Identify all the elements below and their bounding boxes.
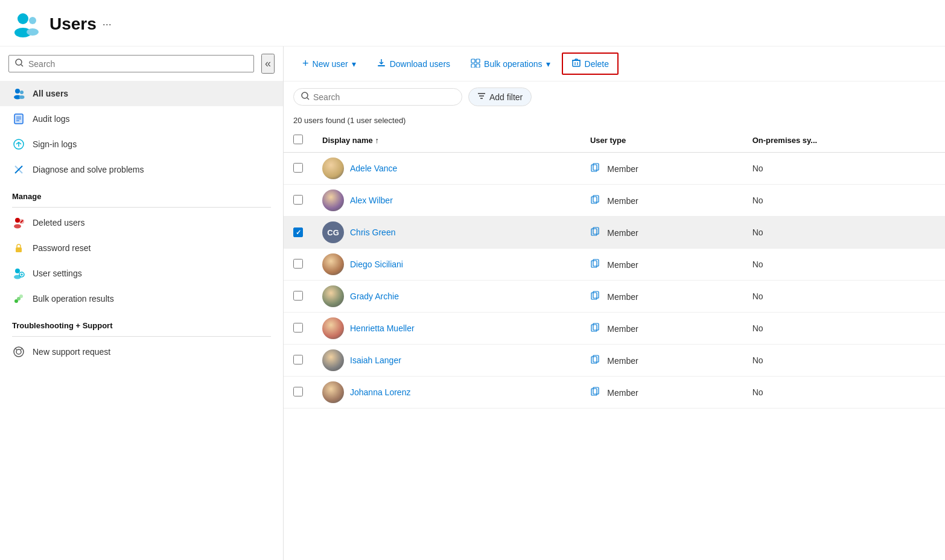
select-all-header[interactable] bbox=[284, 129, 313, 153]
on-premises-cell: No bbox=[743, 185, 945, 217]
svg-line-35 bbox=[21, 348, 22, 350]
sidebar-item-password-reset[interactable]: Password reset bbox=[0, 235, 283, 261]
sidebar-item-label: Diagnose and solve problems bbox=[33, 165, 144, 174]
delete-button[interactable]: Delete bbox=[562, 52, 619, 75]
sidebar-search-icon bbox=[15, 59, 24, 69]
download-users-button[interactable]: Download users bbox=[368, 53, 459, 74]
user-name-cell: Isaiah Langer bbox=[313, 345, 581, 377]
add-filter-label: Add filter bbox=[489, 92, 523, 102]
user-name-link[interactable]: Grady Archie bbox=[350, 291, 399, 301]
filter-row: Add filter bbox=[284, 81, 945, 112]
avatar bbox=[322, 285, 344, 307]
svg-rect-23 bbox=[16, 247, 22, 252]
svg-point-24 bbox=[15, 269, 20, 273]
users-table: Display name ↑ User type On-premises sy.… bbox=[284, 129, 945, 560]
row-checkbox[interactable] bbox=[293, 355, 303, 364]
user-name-link[interactable]: Henrietta Mueller bbox=[350, 323, 415, 333]
row-checkbox-cell bbox=[284, 249, 313, 281]
svg-line-5 bbox=[21, 65, 23, 66]
table-row[interactable]: Henrietta Mueller MemberNo bbox=[284, 313, 945, 345]
content-area: + New user ▾ Download users Bulk operati… bbox=[284, 46, 945, 560]
sidebar-item-all-users[interactable]: All users bbox=[0, 81, 283, 106]
on-premises-cell: No bbox=[743, 217, 945, 249]
user-name-cell: Grady Archie bbox=[313, 281, 581, 313]
page-title: Users bbox=[49, 14, 97, 34]
select-all-checkbox[interactable] bbox=[293, 135, 303, 144]
user-type-value: Member bbox=[607, 196, 638, 206]
svg-point-33 bbox=[16, 349, 21, 354]
sidebar-item-label: Password reset bbox=[33, 243, 91, 253]
bulk-label: Bulk operations bbox=[484, 59, 542, 69]
svg-point-6 bbox=[15, 89, 20, 94]
row-checkbox-cell bbox=[284, 377, 313, 409]
user-type-value: Member bbox=[607, 324, 638, 334]
new-user-button[interactable]: + New user ▾ bbox=[293, 52, 365, 75]
on-premises-cell: No bbox=[743, 345, 945, 377]
sidebar-item-deleted-users[interactable]: Deleted users bbox=[0, 210, 283, 235]
main-layout: « All users Audit logs Sign-in logs bbox=[0, 46, 945, 560]
copy-icon[interactable] bbox=[590, 259, 602, 270]
bulk-chevron-icon: ▾ bbox=[546, 59, 550, 69]
table-row[interactable]: CGChris Green MemberNo bbox=[284, 217, 945, 249]
filter-search-input[interactable] bbox=[313, 92, 454, 102]
user-name-link[interactable]: Chris Green bbox=[350, 228, 395, 237]
row-checkbox[interactable] bbox=[293, 323, 303, 332]
table-row[interactable]: Diego Siciliani MemberNo bbox=[284, 249, 945, 281]
display-name-header[interactable]: Display name ↑ bbox=[313, 129, 581, 153]
table-row[interactable]: Grady Archie MemberNo bbox=[284, 281, 945, 313]
user-type-cell: Member bbox=[581, 313, 743, 345]
manage-section-label: Manage bbox=[0, 182, 283, 205]
row-checkbox[interactable] bbox=[293, 291, 303, 301]
all-users-icon bbox=[12, 87, 25, 100]
sidebar-item-audit-logs[interactable]: Audit logs bbox=[0, 106, 283, 132]
add-filter-button[interactable]: Add filter bbox=[468, 88, 532, 106]
on-premises-cell: No bbox=[743, 377, 945, 409]
copy-icon[interactable] bbox=[590, 196, 602, 206]
user-name-link[interactable]: Johanna Lorenz bbox=[350, 387, 410, 397]
user-name-link[interactable]: Adele Vance bbox=[350, 164, 397, 173]
manage-divider bbox=[12, 207, 271, 208]
svg-point-4 bbox=[16, 59, 22, 65]
user-type-header[interactable]: User type bbox=[581, 129, 743, 153]
table-row[interactable]: Isaiah Langer MemberNo bbox=[284, 345, 945, 377]
row-checkbox-cell bbox=[284, 281, 313, 313]
user-name-cell: Adele Vance bbox=[313, 153, 581, 185]
user-name-link[interactable]: Alex Wilber bbox=[350, 196, 393, 205]
copy-icon[interactable] bbox=[590, 164, 602, 174]
table-row[interactable]: Adele Vance MemberNo bbox=[284, 153, 945, 185]
user-name-link[interactable]: Isaiah Langer bbox=[350, 355, 401, 365]
avatar bbox=[322, 317, 344, 339]
copy-icon[interactable] bbox=[590, 323, 602, 334]
sidebar-item-diagnose[interactable]: Diagnose and solve problems bbox=[0, 157, 283, 182]
filter-search-box[interactable] bbox=[293, 88, 462, 106]
new-user-label: New user bbox=[313, 59, 348, 69]
sidebar-item-user-settings[interactable]: User settings bbox=[0, 261, 283, 286]
user-type-cell: Member bbox=[581, 377, 743, 409]
table-row[interactable]: Alex Wilber MemberNo bbox=[284, 185, 945, 217]
row-checkbox[interactable] bbox=[293, 195, 303, 205]
row-checkbox[interactable] bbox=[293, 259, 303, 269]
sidebar-item-signin-logs[interactable]: Sign-in logs bbox=[0, 132, 283, 157]
row-checkbox[interactable] bbox=[293, 163, 303, 173]
user-name-cell: Diego Siciliani bbox=[313, 249, 581, 281]
sidebar-search-input[interactable] bbox=[28, 59, 247, 69]
sidebar-search-box[interactable] bbox=[8, 55, 254, 72]
row-checkbox[interactable] bbox=[293, 387, 303, 396]
svg-rect-36 bbox=[378, 65, 385, 66]
copy-icon[interactable] bbox=[590, 355, 602, 366]
sidebar-item-bulk-results[interactable]: Bulk operation results bbox=[0, 286, 283, 311]
sidebar-item-new-support[interactable]: New support request bbox=[0, 339, 283, 364]
table-row[interactable]: Johanna Lorenz MemberNo bbox=[284, 377, 945, 409]
copy-icon[interactable] bbox=[590, 228, 602, 238]
row-checkbox[interactable] bbox=[293, 228, 303, 237]
sidebar: « All users Audit logs Sign-in logs bbox=[0, 46, 284, 560]
user-type-value: Member bbox=[607, 388, 638, 398]
svg-point-48 bbox=[302, 92, 308, 98]
page-menu-button[interactable]: ··· bbox=[103, 18, 112, 31]
user-name-link[interactable]: Diego Siciliani bbox=[350, 259, 403, 269]
bulk-operations-button[interactable]: Bulk operations ▾ bbox=[462, 53, 559, 74]
collapse-sidebar-button[interactable]: « bbox=[261, 54, 275, 74]
copy-icon[interactable] bbox=[590, 291, 602, 302]
copy-icon[interactable] bbox=[590, 387, 602, 398]
on-premises-header[interactable]: On-premises sy... bbox=[743, 129, 945, 153]
